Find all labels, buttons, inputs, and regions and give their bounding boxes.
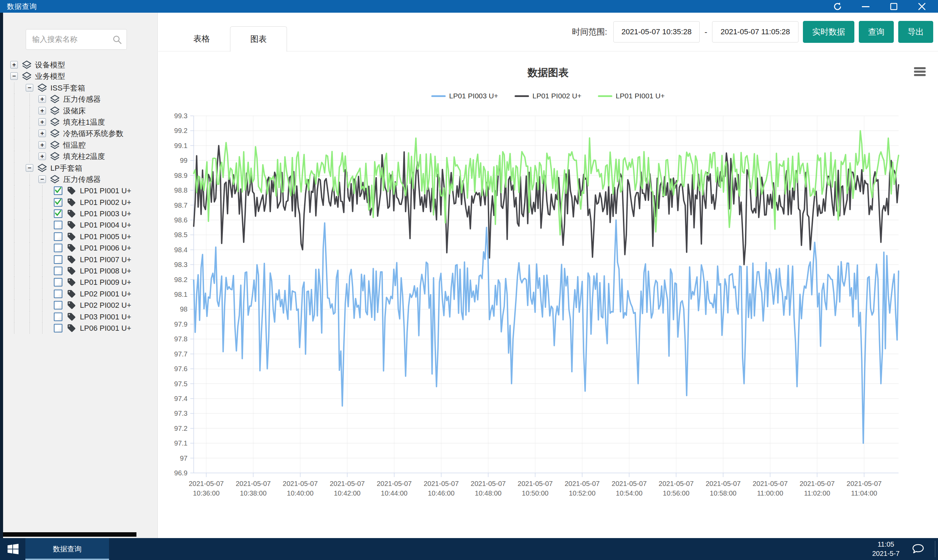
node-checkbox[interactable] <box>54 289 62 298</box>
expand-icon[interactable]: + <box>39 129 46 137</box>
tree-branch-item[interactable]: +冷热循环系统参数 <box>0 128 157 139</box>
tree-branch-item[interactable]: +汲储床 <box>0 105 157 117</box>
expand-icon[interactable]: + <box>39 107 46 114</box>
node-checkbox[interactable] <box>54 186 62 195</box>
tree-node-label: LP01 PI004 U+ <box>80 219 131 231</box>
tree-branch-item[interactable]: −业务模型 <box>0 71 157 82</box>
svg-text:2021-05-07: 2021-05-07 <box>659 480 693 487</box>
model-icon <box>50 175 60 186</box>
tree-branch-item[interactable]: +设备模型 <box>0 59 157 71</box>
model-icon <box>22 60 32 71</box>
tab-chart[interactable]: 图表 <box>230 26 287 52</box>
svg-text:2021-05-07: 2021-05-07 <box>189 480 223 487</box>
collapse-icon[interactable]: − <box>26 164 33 172</box>
tree-leaf-item[interactable]: LP01 PI001 U+ <box>0 185 157 196</box>
svg-text:97.9: 97.9 <box>174 320 188 328</box>
tree-node-label: LP01 PI007 U+ <box>80 254 131 265</box>
svg-text:10:36:00: 10:36:00 <box>193 489 220 497</box>
svg-text:96.9: 96.9 <box>174 469 188 477</box>
tree-leaf-item[interactable]: LP01 PI006 U+ <box>0 242 157 254</box>
node-checkbox[interactable] <box>54 312 62 321</box>
maximize-button[interactable] <box>889 2 898 11</box>
node-checkbox[interactable] <box>54 232 62 241</box>
model-icon <box>37 163 47 174</box>
expand-icon[interactable]: + <box>39 141 46 149</box>
tree-node-label: LP01 PI001 U+ <box>80 185 131 196</box>
node-checkbox[interactable] <box>54 198 62 207</box>
node-checkbox[interactable] <box>54 209 62 218</box>
search-box <box>26 29 127 50</box>
svg-text:97.8: 97.8 <box>174 335 188 343</box>
minimize-button[interactable] <box>861 2 870 11</box>
tree-leaf-item[interactable]: LP06 PI001 U+ <box>0 323 157 334</box>
node-checkbox[interactable] <box>54 255 62 264</box>
svg-text:10:44:00: 10:44:00 <box>381 489 408 497</box>
tree-branch-item[interactable]: −压力传感器 <box>0 174 157 185</box>
tree-branch-item[interactable]: +填充柱1温度 <box>0 117 157 128</box>
tag-icon <box>67 266 76 277</box>
search-icon[interactable] <box>112 35 122 46</box>
model-icon <box>22 72 32 83</box>
tree-leaf-item[interactable]: LP01 PI004 U+ <box>0 219 157 231</box>
node-checkbox[interactable] <box>54 278 62 286</box>
tree-leaf-item[interactable]: LP02 PI001 U+ <box>0 288 157 300</box>
svg-text:10:54:00: 10:54:00 <box>616 489 642 497</box>
node-checkbox[interactable] <box>54 301 62 309</box>
tree-leaf-item[interactable]: LP01 PI005 U+ <box>0 231 157 242</box>
tree-leaf-item[interactable]: LP01 PI007 U+ <box>0 254 157 265</box>
node-checkbox[interactable] <box>54 244 62 252</box>
notification-icon[interactable] <box>912 543 924 556</box>
tree-guide-line <box>14 105 14 117</box>
realtime-data-button[interactable]: 实时数据 <box>803 21 854 43</box>
query-button[interactable]: 查询 <box>859 21 894 43</box>
refresh-icon[interactable] <box>833 2 842 11</box>
expand-icon[interactable]: + <box>39 152 46 160</box>
tree-leaf-item[interactable]: LP03 PI001 U+ <box>0 311 157 323</box>
close-button[interactable] <box>918 2 926 11</box>
tree-branch-item[interactable]: −LP手套箱 <box>0 162 157 174</box>
export-button[interactable]: 导出 <box>898 21 933 43</box>
tree-branch-item[interactable]: +填充柱2温度 <box>0 151 157 162</box>
node-checkbox[interactable] <box>54 324 62 332</box>
tag-icon <box>67 232 76 243</box>
tree-leaf-item[interactable]: LP01 PI009 U+ <box>0 277 157 288</box>
svg-text:97.7: 97.7 <box>174 350 188 358</box>
time-from-input[interactable] <box>613 21 700 43</box>
series-line[interactable] <box>194 220 899 443</box>
tree-leaf-item[interactable]: LP01 PI003 U+ <box>0 208 157 219</box>
clock-time: 11:05 <box>872 540 899 549</box>
tree-branch-item[interactable]: +压力传感器 <box>0 94 157 105</box>
expand-icon[interactable]: + <box>39 118 46 126</box>
tree-leaf-item[interactable]: LP01 PI002 U+ <box>0 197 157 208</box>
tree-leaf-item[interactable]: LP01 PI008 U+ <box>0 265 157 277</box>
collapse-icon[interactable]: − <box>39 175 46 183</box>
taskbar-clock[interactable]: 11:05 2021-5-7 <box>872 540 899 558</box>
svg-text:2021-05-07: 2021-05-07 <box>236 480 271 487</box>
tree-guide-line <box>14 174 14 185</box>
expand-icon[interactable]: + <box>10 61 18 69</box>
svg-text:2021-05-07: 2021-05-07 <box>753 480 787 487</box>
tree-node-label: ISS手套箱 <box>51 82 85 94</box>
expand-icon[interactable]: + <box>39 95 46 103</box>
window-bottom-edge <box>0 532 136 537</box>
tree-leaf-item[interactable]: LP02 PI002 U+ <box>0 300 157 311</box>
tree-branch-item[interactable]: −ISS手套箱 <box>0 82 157 94</box>
search-input[interactable] <box>26 29 126 49</box>
tree-guide-line <box>29 105 30 117</box>
time-to-input[interactable] <box>712 21 798 43</box>
tree-guide-line <box>42 242 43 254</box>
tree-guide-line <box>29 311 30 323</box>
node-checkbox[interactable] <box>54 221 62 229</box>
node-checkbox[interactable] <box>54 267 62 275</box>
show-desktop-divider[interactable] <box>935 541 935 557</box>
collapse-icon[interactable]: − <box>10 72 18 80</box>
tree-guide-line <box>42 300 43 311</box>
taskbar-app-tile[interactable]: 数据查询 <box>25 538 109 560</box>
time-range-label: 时间范围: <box>572 26 607 37</box>
collapse-icon[interactable]: − <box>26 84 33 91</box>
start-button[interactable] <box>7 543 19 557</box>
chart-container: 数据图表 LP01 PI003 U+LP01 PI002 U+LP01 PI00… <box>158 51 938 538</box>
tab-table[interactable]: 表格 <box>173 26 230 51</box>
tree-guide-line <box>42 219 43 231</box>
tree-branch-item[interactable]: +恒温腔 <box>0 140 157 151</box>
